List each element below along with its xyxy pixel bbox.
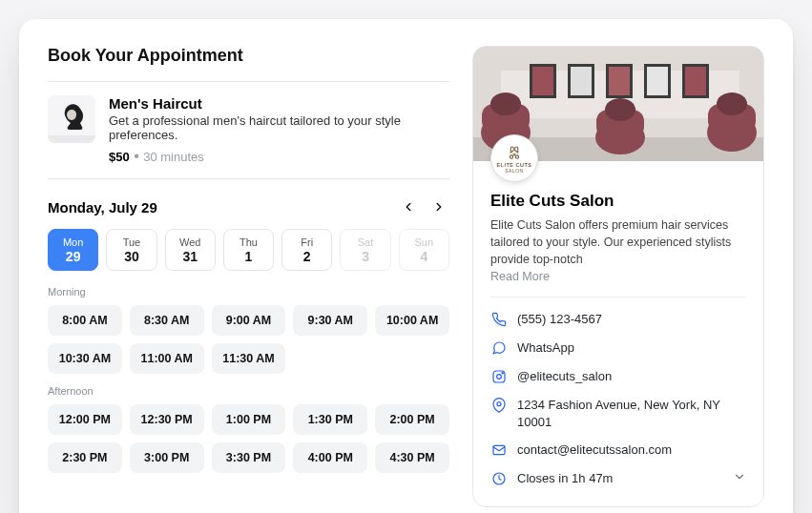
business-card: ELITE CUTS SALON Elite Cuts Salon Elite …: [472, 46, 764, 507]
service-title: Men's Haircut: [109, 95, 449, 112]
divider: [48, 178, 449, 179]
calendar-arrows: [398, 196, 449, 217]
booking-left-panel: Book Your Appointment Men's Haircut Get …: [48, 46, 449, 507]
time-slot-button[interactable]: 12:00 PM: [48, 404, 122, 435]
business-description: Elite Cuts Salon offers premium hair ser…: [490, 216, 746, 268]
logo-subtext: SALON: [505, 168, 523, 174]
svg-rect-10: [609, 67, 630, 95]
time-slot-button[interactable]: 11:00 AM: [130, 343, 204, 374]
day-number: 30: [107, 249, 156, 264]
divider: [48, 81, 449, 82]
svg-rect-1: [48, 135, 95, 143]
booking-card: Book Your Appointment Men's Haircut Get …: [19, 19, 793, 513]
next-week-button[interactable]: [428, 196, 449, 217]
day-button: Sat3: [340, 229, 390, 271]
phone-row[interactable]: (555) 123-4567: [490, 311, 746, 328]
svg-point-27: [497, 375, 502, 380]
day-button: Sun4: [399, 229, 449, 271]
svg-point-24: [510, 154, 512, 157]
day-number: 2: [282, 249, 331, 264]
service-description: Get a professional men's haircut tailore…: [109, 113, 449, 142]
time-slot-button[interactable]: 12:30 PM: [130, 404, 204, 435]
clock-icon: [490, 470, 508, 487]
email-icon: [490, 441, 508, 459]
calendar-current-date: Monday, July 29: [48, 199, 157, 215]
day-picker: Mon29Tue30Wed31Thu1Fri2Sat3Sun4: [48, 229, 449, 271]
day-button[interactable]: Mon29: [48, 229, 98, 271]
hours-row[interactable]: Closes in 1h 47m: [490, 470, 746, 487]
svg-rect-14: [685, 67, 706, 95]
read-more-link[interactable]: Read More: [490, 270, 746, 283]
service-duration: 30 minutes: [143, 150, 204, 164]
day-button[interactable]: Thu1: [223, 229, 274, 271]
whatsapp-icon: [490, 339, 508, 357]
day-number: 31: [166, 249, 215, 264]
prev-week-button[interactable]: [398, 196, 419, 217]
day-number: 29: [49, 249, 97, 264]
phone-text: (555) 123-4567: [517, 311, 746, 328]
hours-text: Closes in 1h 47m: [517, 470, 723, 487]
slot-group: 12:00 PM12:30 PM1:00 PM1:30 PM2:00 PM2:3…: [48, 404, 449, 473]
email-text: contact@elitecutssalon.com: [517, 441, 746, 459]
service-price-row: $50 • 30 minutes: [109, 148, 449, 165]
day-number: 3: [341, 249, 389, 264]
time-slot-button[interactable]: 3:00 PM: [130, 442, 204, 473]
instagram-text: @elitecuts_salon: [517, 368, 746, 385]
time-slot-button[interactable]: 11:30 AM: [212, 343, 286, 374]
business-name: Elite Cuts Salon: [490, 192, 746, 211]
location-icon: [490, 397, 508, 414]
day-button[interactable]: Fri2: [281, 229, 332, 271]
day-of-week: Sun: [400, 236, 448, 248]
time-slots-container: Morning8:00 AM8:30 AM9:00 AM9:30 AM10:00…: [48, 286, 449, 473]
time-slot-button[interactable]: 1:30 PM: [293, 404, 367, 435]
service-summary: Men's Haircut Get a professional men's h…: [48, 95, 449, 165]
time-slot-button[interactable]: 4:00 PM: [293, 442, 367, 473]
time-slot-button[interactable]: 1:00 PM: [212, 404, 286, 435]
business-logo: ELITE CUTS SALON: [490, 134, 538, 182]
day-of-week: Mon: [49, 236, 97, 248]
day-of-week: Tue: [107, 236, 156, 248]
time-slot-button[interactable]: 3:30 PM: [212, 442, 286, 473]
time-slot-button[interactable]: 8:00 AM: [48, 305, 122, 336]
time-slot-button[interactable]: 9:30 AM: [293, 305, 367, 336]
time-slot-button[interactable]: 8:30 AM: [130, 305, 204, 336]
email-row[interactable]: contact@elitecutssalon.com: [490, 441, 746, 459]
divider: [490, 297, 746, 298]
address-text: 1234 Fashion Avenue, New York, NY 10001: [517, 397, 746, 430]
time-slot-button[interactable]: 9:00 AM: [212, 305, 286, 336]
svg-point-25: [515, 154, 518, 157]
day-button[interactable]: Wed31: [165, 229, 216, 271]
instagram-icon: [490, 368, 508, 385]
svg-rect-8: [571, 67, 592, 95]
whatsapp-text: WhatsApp: [517, 339, 746, 357]
time-slot-button[interactable]: 4:30 PM: [375, 442, 449, 473]
svg-point-22: [605, 98, 635, 121]
svg-rect-6: [532, 67, 553, 95]
svg-point-29: [497, 402, 501, 406]
slot-section-title: Afternoon: [48, 385, 449, 397]
slot-group: 8:00 AM8:30 AM9:00 AM9:30 AM10:00 AM10:3…: [48, 305, 449, 374]
day-of-week: Fri: [282, 236, 331, 248]
page-title: Book Your Appointment: [48, 46, 449, 66]
phone-icon: [490, 311, 508, 328]
separator: •: [130, 148, 144, 164]
day-button[interactable]: Tue30: [106, 229, 156, 271]
svg-point-21: [490, 92, 521, 115]
time-slot-button[interactable]: 10:00 AM: [375, 305, 449, 336]
service-price: $50: [109, 150, 130, 164]
instagram-row[interactable]: @elitecuts_salon: [490, 368, 746, 385]
time-slot-button[interactable]: 2:30 PM: [48, 442, 122, 473]
service-info: Men's Haircut Get a professional men's h…: [109, 95, 449, 165]
svg-point-23: [717, 92, 747, 115]
svg-rect-12: [647, 67, 668, 95]
whatsapp-row[interactable]: WhatsApp: [490, 339, 746, 357]
time-slot-button[interactable]: 2:00 PM: [375, 404, 449, 435]
address-row: 1234 Fashion Avenue, New York, NY 10001: [490, 397, 746, 430]
svg-point-28: [502, 373, 503, 374]
service-image: [48, 95, 95, 143]
calendar-header: Monday, July 29: [48, 196, 449, 217]
day-number: 1: [224, 249, 273, 264]
day-number: 4: [400, 249, 448, 264]
chevron-down-icon: [733, 470, 746, 483]
time-slot-button[interactable]: 10:30 AM: [48, 343, 122, 374]
